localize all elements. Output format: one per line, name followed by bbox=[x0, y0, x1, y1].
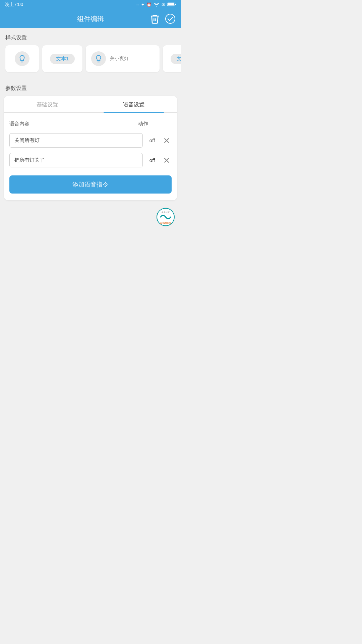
style-card-icon-text-label: 关小夜灯 bbox=[110, 56, 129, 62]
delete-button[interactable] bbox=[149, 13, 160, 24]
confirm-button[interactable] bbox=[165, 13, 176, 24]
params-section-label: 参数设置 bbox=[0, 79, 181, 96]
svg-point-3 bbox=[166, 14, 175, 23]
params-section: 参数设置 基础设置 语音设置 语音内容 动作 off bbox=[0, 79, 181, 200]
style-section: 样式设置 文本1 关小夜灯 文本1 bbox=[0, 28, 181, 79]
tab-voice[interactable]: 语音设置 bbox=[90, 96, 177, 112]
tab-basic[interactable]: 基础设置 bbox=[4, 96, 90, 112]
style-section-label: 样式设置 bbox=[0, 28, 181, 45]
toolbar: 组件编辑 bbox=[0, 9, 181, 28]
voice-row-1: off bbox=[4, 130, 177, 150]
svg-rect-2 bbox=[175, 3, 176, 5]
voice-input-2[interactable] bbox=[9, 153, 143, 167]
style-card-text-only-2[interactable]: 文本1 bbox=[163, 45, 181, 72]
add-voice-command-button[interactable]: 添加语音指令 bbox=[9, 175, 172, 194]
wifi-icon bbox=[154, 2, 160, 8]
alarm-icon: ⏰ bbox=[146, 2, 152, 7]
style-cards-row: 文本1 关小夜灯 文本1 bbox=[0, 45, 181, 79]
column-content-label: 语音内容 bbox=[9, 121, 138, 127]
bulb-icon-wrap-1 bbox=[15, 51, 29, 66]
toolbar-actions bbox=[149, 13, 176, 24]
message-icon: ✉ bbox=[162, 2, 165, 7]
bluetooth-icon: ✦ bbox=[141, 2, 144, 7]
voice-tab-content: 语音内容 动作 off off bbox=[4, 118, 177, 194]
style-card-icon-only[interactable] bbox=[5, 45, 39, 72]
arduino-logo: ARDUINO 中文社区 bbox=[156, 207, 176, 227]
voice-delete-2[interactable] bbox=[162, 155, 172, 165]
status-time: 晚上7:00 bbox=[5, 2, 23, 8]
page-title: 组件编辑 bbox=[77, 14, 104, 23]
status-icons: ··· ✦ ⏰ ✉ bbox=[136, 2, 176, 8]
svg-text:中文社区: 中文社区 bbox=[162, 211, 170, 213]
voice-columns-header: 语音内容 动作 bbox=[4, 118, 177, 130]
style-card-text-only-1[interactable]: 文本1 bbox=[42, 45, 82, 72]
voice-action-2: off bbox=[147, 157, 158, 163]
tabs: 基础设置 语音设置 bbox=[4, 96, 177, 113]
svg-text:ARDUINO: ARDUINO bbox=[160, 222, 171, 224]
battery-icon bbox=[167, 2, 176, 8]
style-text-badge-2: 文本1 bbox=[171, 54, 181, 64]
params-card: 基础设置 语音设置 语音内容 动作 off bbox=[4, 96, 177, 200]
voice-input-1[interactable] bbox=[9, 133, 143, 148]
voice-delete-1[interactable] bbox=[162, 136, 172, 146]
svg-rect-1 bbox=[168, 3, 174, 5]
voice-action-1: off bbox=[147, 138, 158, 143]
signal-icon: ··· bbox=[136, 2, 139, 7]
style-text-badge-1: 文本1 bbox=[50, 54, 75, 64]
footer-logo-area: ARDUINO 中文社区 bbox=[0, 200, 181, 230]
style-card-icon-text[interactable]: 关小夜灯 bbox=[86, 45, 160, 72]
column-action-label: 动作 bbox=[138, 121, 172, 127]
voice-row-2: off bbox=[4, 150, 177, 170]
status-bar: 晚上7:00 ··· ✦ ⏰ ✉ bbox=[0, 0, 181, 9]
bulb-icon-wrap-2 bbox=[91, 51, 106, 66]
